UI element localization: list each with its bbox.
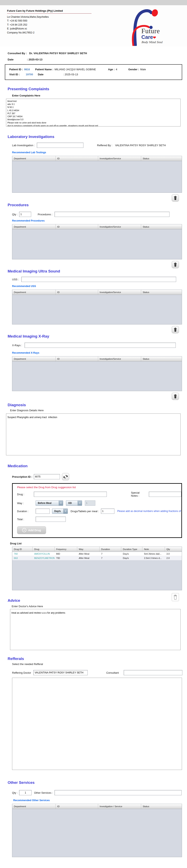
- column-header-drug-id: Drug ID: [12, 547, 33, 552]
- column-header-duration: Duration: [100, 547, 121, 552]
- procedures-field-label: Procedures :: [38, 213, 52, 216]
- lab-investigation-input[interactable]: [37, 143, 83, 148]
- refresh-prescription-button[interactable]: [62, 473, 69, 480]
- duration-unit-select[interactable]: Day/s ▼: [52, 508, 68, 514]
- referring-doctor-input[interactable]: [33, 670, 88, 675]
- refresh-icon: [63, 474, 68, 479]
- other-services-qty-input[interactable]: [19, 790, 32, 795]
- delete-procedure-button[interactable]: [172, 261, 179, 268]
- column-header-department: Department: [12, 356, 56, 361]
- refferals-sublabel: Select the needed Refferal: [12, 662, 187, 665]
- column-header-id: ID: [56, 804, 98, 809]
- delete-uss-button[interactable]: [172, 326, 179, 333]
- trash-icon: [173, 196, 177, 200]
- duration-input[interactable]: [36, 508, 50, 514]
- other-services-field-label: Other Services :: [34, 791, 53, 794]
- column-header-id: ID: [56, 224, 98, 229]
- column-header-department: Department: [12, 290, 56, 294]
- consultant-input[interactable]: [124, 670, 182, 675]
- drug-row[interactable]: 663 BENZOYLMETRON TID After Meal 7 Day/s…: [12, 556, 182, 560]
- column-header-frequency: Fequency: [55, 547, 77, 552]
- column-header-department: Department: [12, 156, 56, 161]
- patient-id-label: Patient ID :: [9, 68, 23, 71]
- recommended-uss-label: Recommended USS: [12, 285, 187, 287]
- visit-date-value: : 2025-03-13: [63, 73, 78, 76]
- drug-list-table: Drug ID Drug Fequency Way Duration Durat…: [12, 547, 182, 590]
- column-header-note: Note: [142, 547, 165, 552]
- xray-input[interactable]: [25, 343, 176, 348]
- section-title-diagnosis: Diagnosis: [8, 403, 187, 407]
- other-services-qty-label: Qty :: [12, 791, 17, 794]
- total-input[interactable]: [36, 517, 66, 522]
- add-drug-label: Add Drug: [28, 529, 41, 532]
- plus-icon: +: [22, 528, 26, 532]
- column-header-id: ID: [56, 356, 98, 361]
- uss-input[interactable]: [21, 277, 176, 282]
- frequency-select[interactable]: OD ▼: [66, 500, 82, 506]
- lab-testings-table: Department ID Investigation/Service Stat…: [12, 156, 182, 193]
- section-title-ultrasound: Medical Imaging Ultra Sound: [8, 269, 187, 274]
- add-drug-button[interactable]: + Add Drug: [17, 526, 46, 534]
- other-services-table-body: [12, 809, 182, 857]
- patient-id-value: 9816: [24, 68, 30, 71]
- uss-table: Department ID Investigation/Service Stat…: [12, 289, 182, 324]
- way-label: Way :: [17, 502, 36, 505]
- drug-input[interactable]: [34, 492, 107, 497]
- advice-sublabel: Enter Doctor's Advice Here: [12, 605, 187, 608]
- gender-label: Gender :: [128, 68, 139, 71]
- diagnosis-textarea[interactable]: Suspect Pharyngitis and urinery tract in…: [6, 413, 181, 455]
- drug-list-label: Drug List: [10, 542, 187, 545]
- xray-table: Department ID Investigation/Service Stat…: [12, 356, 182, 391]
- section-title-other-services: Other Services: [8, 780, 187, 785]
- chevron-down-icon: ▼: [63, 509, 68, 514]
- xray-table-body: [12, 362, 182, 391]
- way-select[interactable]: Before Meal ▼: [36, 500, 63, 506]
- column-header-investigation: Investigation / Service: [98, 804, 141, 809]
- section-title-laboratory: Laboratory Investigations: [8, 134, 187, 139]
- lab-testings-table-body: [12, 161, 182, 192]
- visit-id-value: 19700: [26, 73, 33, 76]
- refferal-list-box[interactable]: [12, 678, 182, 770]
- future-care-logo: Future Care❤ Body Mind Soul: [124, 6, 169, 46]
- advice-textarea[interactable]: treat as advised and review s.o.s for an…: [10, 609, 181, 650]
- consulted-by-value: Dr. VALENTINA PATSY ROSY SHIRLEY SETH: [29, 52, 87, 55]
- recommended-procedures-label: Recommended Procedures: [12, 219, 187, 222]
- duration-label: Duration :: [17, 510, 36, 513]
- section-title-advice: Advice: [8, 598, 187, 603]
- column-header-status: Status: [141, 356, 182, 361]
- drug-row[interactable]: 760 AMOXYCILLIN BID After Meal 7 Day/s 5…: [12, 552, 182, 556]
- column-header-investigation: Investigation/Service: [98, 224, 141, 229]
- company-info: Future Care by Future Holdings (Pty) Lim…: [7, 9, 91, 35]
- referred-by-value: VALENTINA PATSY ROSY SHIRLEY SETH: [115, 144, 166, 147]
- column-header-way: Way: [77, 547, 100, 552]
- company-phone-2: T: +24 84 225 252: [7, 23, 91, 27]
- window-top-strip: [0, 0, 187, 5]
- column-header-department: Department: [12, 804, 56, 809]
- per-meal-input[interactable]: [101, 508, 114, 514]
- patient-name-label: Patient Name :: [35, 68, 53, 71]
- special-notes-input[interactable]: [149, 492, 181, 497]
- logo-tagline: Body Mind Soul: [141, 41, 162, 44]
- referring-doctor-label: Reffering Doctor: [12, 671, 31, 674]
- prescription-id-input[interactable]: [34, 474, 60, 479]
- procedures-qty-input[interactable]: [19, 212, 31, 217]
- delete-lab-testing-button[interactable]: [172, 194, 179, 202]
- patient-info-box: Patient ID : 9816 Patient Name : MILIANO…: [5, 64, 182, 80]
- other-services-input[interactable]: [54, 790, 182, 795]
- trash-outline-icon: [173, 594, 178, 600]
- drug-label: Drug :: [17, 493, 34, 496]
- date-value: : 2025-03-13: [27, 58, 42, 61]
- procedures-input[interactable]: [54, 212, 170, 217]
- visit-date-label: Date: [38, 73, 62, 76]
- procedures-qty-label: Qty :: [12, 213, 17, 216]
- other-services-table: Department ID Investigation / Service St…: [12, 804, 182, 857]
- column-header-status: Status: [141, 156, 182, 161]
- column-header-status: Status: [141, 224, 182, 229]
- delete-drug-button[interactable]: [172, 593, 179, 601]
- company-phone-1: T: +24 82 593 593: [7, 19, 91, 23]
- special-notes-label: Special Notes :: [131, 491, 147, 497]
- complaints-textarea[interactable]: blood test wbc 9.1 N 50.1 L 40.3 HIGH PL…: [6, 99, 181, 126]
- delete-xray-button[interactable]: [172, 393, 179, 400]
- referred-by-label: Reffered By :: [97, 144, 112, 147]
- column-header-qty: Qty: [165, 547, 182, 552]
